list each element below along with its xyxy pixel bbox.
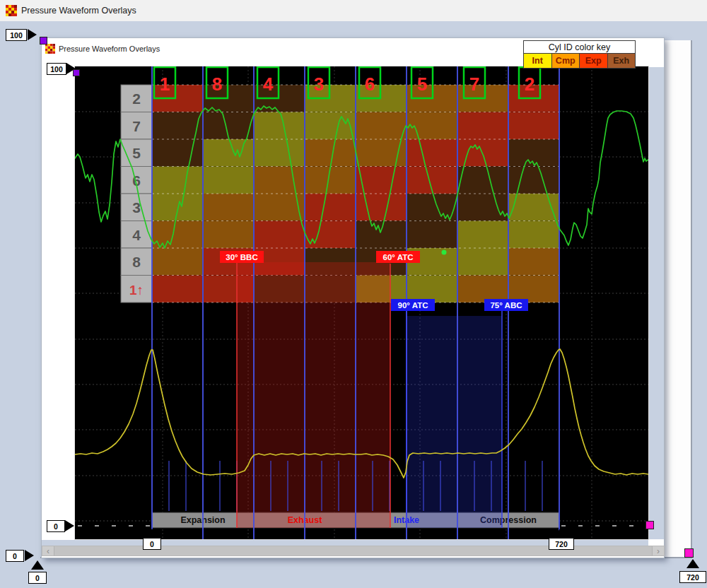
outer-xmin-pointer[interactable] [31, 560, 44, 570]
inner-xmax-pointer[interactable] [554, 529, 566, 538]
event-marker-label: 30° BBC [226, 253, 258, 261]
row-label: 7 [132, 118, 141, 134]
outer-axis-ymin: 0 [6, 550, 24, 562]
inner-axis-xmax: 720 [549, 538, 574, 550]
cylinder-id-number: 7 [469, 74, 479, 95]
heatmap-cell [203, 139, 254, 167]
heatmap-cell [457, 112, 508, 140]
app-icon [45, 44, 55, 54]
cylinder-id-number: 2 [525, 74, 534, 95]
outer-xmax-pointer[interactable] [686, 559, 699, 568]
heatmap-cell [152, 194, 203, 221]
window-title: Pressure Waveform Overlays [21, 6, 136, 16]
row-label: 8 [132, 254, 141, 270]
color-key-item-cmp: Cmp [552, 54, 580, 68]
inner-titlebar[interactable]: Pressure Waveform Overlays [45, 42, 160, 56]
cylinder-id-number: 4 [263, 74, 274, 95]
cylinder-id-number: 8 [212, 74, 222, 95]
heatmap-cell [152, 276, 203, 303]
event-marker-label: 90° ATC [398, 301, 428, 310]
heatmap-cell [203, 221, 254, 249]
inner-axis-ymax: 100 [47, 63, 66, 75]
inner-window-title: Pressure Waveform Overlays [59, 45, 160, 53]
waveform-plot: 27563481↑ExpansionExhaustIntakeCompressi… [75, 66, 648, 539]
outer-end-handle[interactable] [684, 548, 694, 558]
outer-origin-handle[interactable] [40, 37, 47, 45]
inner-end-handle[interactable] [645, 521, 654, 529]
cylinder-id-number: 3 [314, 74, 324, 95]
heatmap-cell [457, 167, 508, 194]
heatmap-cell [152, 221, 203, 249]
chart-right-margin [649, 67, 664, 539]
heatmap-cell [508, 167, 559, 194]
inner-origin-handle[interactable] [73, 69, 80, 76]
heatmap-cell [457, 194, 508, 221]
row-label: 2 [132, 90, 141, 107]
heatmap-cell [457, 248, 508, 276]
outer-axis-xmax: 720 [679, 571, 706, 583]
heatmap-cell [457, 221, 508, 249]
color-key-item-exp: Exp [580, 54, 608, 68]
scroll-right-button[interactable]: › [653, 546, 664, 555]
row-label: 1↑ [129, 283, 144, 298]
color-key-title: Cyl ID color key [523, 40, 636, 54]
color-key-row: IntCmpExpExh [523, 54, 636, 69]
outer-axis-xmin: 0 [28, 572, 47, 584]
cylinder-id-number: 1 [160, 74, 170, 95]
chart-area[interactable]: 27563481↑ExpansionExhaustIntakeCompressi… [75, 66, 648, 539]
heatmap-cell [356, 221, 407, 249]
heatmap-cell [508, 139, 559, 167]
inner-axis-ymin: 0 [47, 520, 65, 532]
cylinder-id-number: 6 [365, 74, 375, 95]
event-overlay [237, 262, 390, 528]
row-label: 5 [132, 145, 141, 161]
heatmap-cell [407, 194, 457, 221]
outer-ymax-pointer[interactable] [28, 29, 37, 40]
heatmap-cell [457, 276, 508, 303]
heatmap-cell [407, 139, 457, 167]
heatmap-cell [152, 248, 203, 276]
outer-ymin-pointer[interactable] [25, 550, 34, 561]
heatmap-cell [407, 276, 457, 303]
inner-ymin-pointer[interactable] [65, 520, 74, 531]
row-label: 4 [132, 227, 141, 243]
event-marker-label: 75° ABC [490, 301, 522, 310]
heatmap-cell [254, 221, 305, 249]
app-icon [6, 5, 17, 16]
heatmap-cell [305, 194, 356, 221]
outer-titlebar[interactable]: Pressure Waveform Overlays [0, 0, 707, 22]
heatmap-cell [508, 276, 559, 303]
inner-axis-xmin: 0 [143, 538, 161, 550]
heatmap-cell [356, 194, 407, 221]
heatmap-cell [152, 167, 203, 194]
inner-xmin-pointer[interactable] [146, 529, 158, 538]
heatmap-cell [254, 167, 305, 194]
heatmap-cell [508, 248, 559, 276]
heatmap-cell [407, 221, 457, 249]
heatmap-cell [152, 139, 203, 167]
heatmap-cell [508, 221, 559, 249]
heatmap-cell [254, 112, 305, 140]
scroll-left-button[interactable]: ‹ [42, 546, 54, 555]
event-overlay [407, 316, 502, 528]
heatmap-cell [254, 139, 305, 167]
color-key-item-exh: Exh [608, 54, 636, 68]
background-panel [662, 40, 692, 557]
heatmap-cell [203, 194, 254, 221]
cylinder-id-number: 5 [417, 74, 427, 95]
heatmap-cell [305, 139, 356, 167]
heatmap-cell [356, 112, 407, 140]
cyl-color-key: Cyl ID color key IntCmpExpExh [523, 40, 636, 69]
heatmap-cell [203, 167, 254, 194]
color-key-item-int: Int [524, 54, 552, 68]
event-marker-label: 60° ATC [383, 253, 414, 261]
app-window: Pressure Waveform Overlays Pressure Wave… [0, 0, 707, 588]
heatmap-cell [356, 139, 407, 167]
scroll-right-icon: › [657, 546, 660, 556]
outer-axis-ymax: 100 [6, 29, 27, 41]
heatmap-cell [305, 221, 356, 249]
cursor-dot [442, 250, 447, 255]
heatmap-cell [508, 112, 559, 140]
heatmap-cell [305, 112, 356, 140]
scroll-left-icon: ‹ [47, 546, 49, 556]
